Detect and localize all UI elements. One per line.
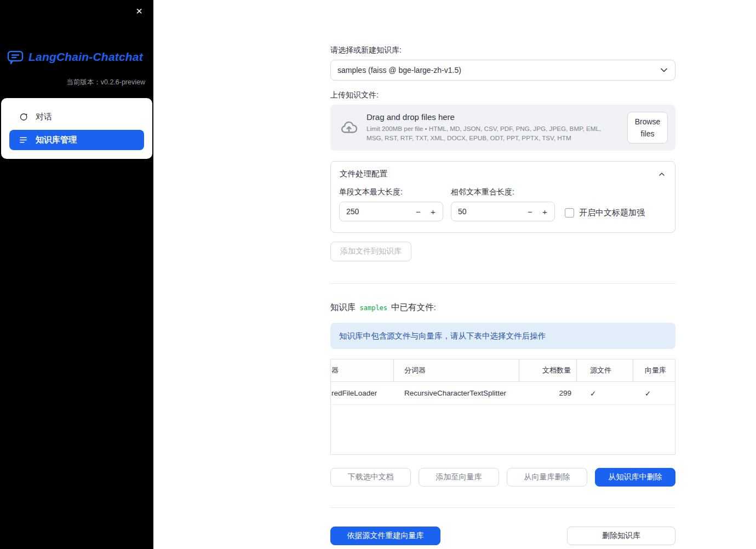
cloud-upload-icon [340,118,358,137]
table-header-loader[interactable]: 器 [331,359,394,381]
kb-select-value: samples (faiss @ bge-large-zh-v1.5) [337,66,658,75]
app-window: × LangChain-Chatchat 当前版本：v0.2.6-preview… [0,0,756,549]
info-banner-text: 知识库中包含源文件与向量库，请从下表中选择文件后操作 [339,331,546,341]
app-logo-text: LangChain-Chatchat [28,50,143,64]
file-dropzone[interactable]: Drag and drop files here Limit 200MB per… [330,105,675,151]
upload-label: 上传知识文件: [330,90,675,100]
kb-select-label: 请选择或新建知识库: [330,45,675,55]
dropzone-text: Drag and drop files here Limit 200MB per… [366,112,619,143]
download-selected-button[interactable]: 下载选中文档 [330,468,411,487]
sidebar-menu: 对话 知识库管理 [1,98,152,159]
sidebar-item-label: 知识库管理 [36,135,77,145]
cell-docs-count: 299 [519,382,577,404]
table-header-splitter[interactable]: 分词器 [394,359,519,381]
chunk-decrement-button[interactable]: − [411,203,426,220]
overlap-increment-button[interactable]: + [537,203,552,220]
sidebar-item-dialogue[interactable]: 对话 [1,106,152,128]
delete-kb-button[interactable]: 删除知识库 [567,527,675,545]
sidebar: × LangChain-Chatchat 当前版本：v0.2.6-preview… [0,0,153,549]
table-header-vector-store[interactable]: 向量库 [633,359,675,381]
rebuild-vector-store-button[interactable]: 依据源文件重建向量库 [330,527,440,545]
add-to-vector-store-button[interactable]: 添加至向量库 [419,468,499,487]
dropzone-title: Drag and drop files here [366,112,619,122]
dropzone-hint: Limit 200MB per file • HTML, MD, JSON, C… [366,124,619,143]
divider [330,283,675,284]
existing-files-heading: 知识库 samples 中已有文件: [330,302,675,313]
chat-bubble-icon [19,112,28,122]
footer-spacer [440,527,567,545]
file-config-expander: 文件处理配置 单段文本最大长度: − + [330,161,675,233]
zh-title-enhance-label: 开启中文标题加强 [579,208,645,218]
sidebar-item-knowledge-base[interactable]: 知识库管理 [9,130,144,150]
chunk-size-input[interactable] [346,207,411,216]
delete-from-kb-button[interactable]: 从知识库中删除 [595,468,675,487]
sidebar-item-label: 对话 [36,112,52,122]
overlap-input[interactable] [458,207,523,216]
table-header-row: 器 分词器 文档数量 源文件 向量库 [331,359,675,382]
heading-suffix: 中已有文件: [391,302,436,313]
kb-footer-actions: 依据源文件重建向量库 删除知识库 [330,527,675,545]
file-actions-row: 下载选中文档 添加至向量库 从向量库删除 从知识库中删除 [330,468,675,487]
heading-prefix: 知识库 [330,302,356,313]
content-column: 请选择或新建知识库: samples (faiss @ bge-large-zh… [330,0,675,545]
kb-name-code: samples [360,304,388,312]
app-logo: LangChain-Chatchat [0,48,153,66]
table-header-source-file[interactable]: 源文件 [577,359,633,381]
sidebar-close-button[interactable]: × [134,4,145,18]
table-header-docs-count[interactable]: 文档数量 [519,359,577,381]
add-files-to-kb-button[interactable]: 添加文件到知识库 [330,242,411,261]
list-icon [19,135,28,145]
delete-from-vector-store-button[interactable]: 从向量库删除 [507,468,587,487]
cell-vector-store-check: ✓ [633,382,675,404]
chevron-down-icon [658,65,669,76]
chunk-size-stepper: − + [339,202,443,221]
files-table[interactable]: 器 分词器 文档数量 源文件 向量库 redFileLoader Recursi… [330,359,675,455]
overlap-stepper: − + [451,202,555,221]
overlap-label: 相邻文本重合长度: [451,187,555,197]
zh-title-enhance-checkbox[interactable] [565,208,574,218]
chevron-up-icon [657,170,666,179]
main-area: 请选择或新建知识库: samples (faiss @ bge-large-zh… [153,0,756,549]
cell-loader: redFileLoader [331,382,394,404]
version-label: 当前版本：v0.2.6-preview [0,78,153,87]
info-banner: 知识库中包含源文件与向量库，请从下表中选择文件后操作 [330,323,675,349]
cell-source-file-check: ✓ [577,382,633,404]
overlap-decrement-button[interactable]: − [523,203,537,220]
kb-select[interactable]: samples (faiss @ bge-large-zh-v1.5) [330,60,675,81]
chunk-size-label: 单段文本最大长度: [339,187,443,197]
browse-files-button[interactable]: Browse files [627,112,668,144]
expander-title: 文件处理配置 [340,169,387,179]
cell-splitter: RecursiveCharacterTextSplitter [394,382,519,404]
divider [330,507,675,508]
expander-body: 单段文本最大长度: − + 相邻文本重合长度: − [331,185,675,232]
chat-logo-icon [7,48,24,66]
expander-toggle[interactable]: 文件处理配置 [331,162,675,185]
zh-title-enhance: 开启中文标题加强 [565,208,645,218]
table-row[interactable]: redFileLoader RecursiveCharacterTextSpli… [331,382,675,405]
chunk-increment-button[interactable]: + [426,203,440,220]
